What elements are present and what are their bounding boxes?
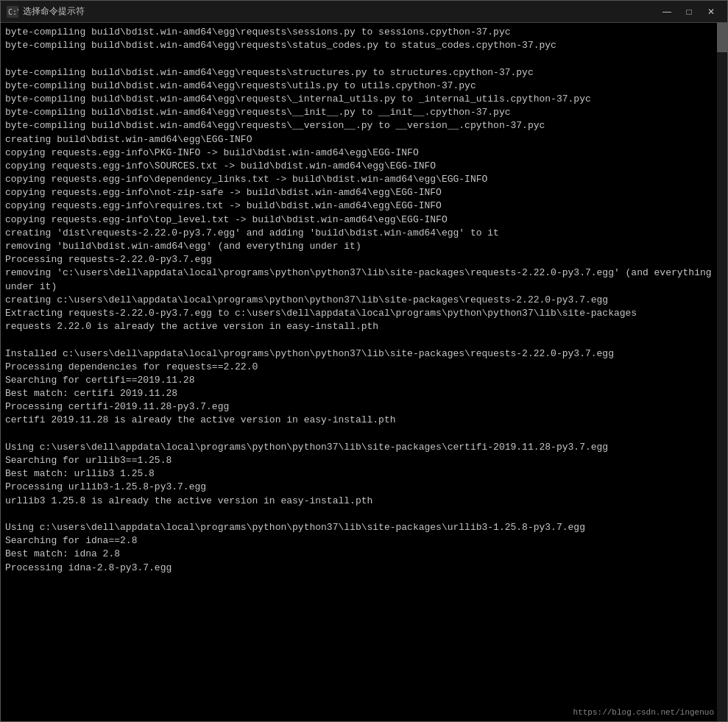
terminal-output: byte-compiling build\bdist.win-amd64\egg… — [5, 26, 723, 575]
watermark: https://blog.csdn.net/ingenuo — [573, 708, 714, 717]
terminal-body[interactable]: byte-compiling build\bdist.win-amd64\egg… — [1, 23, 727, 721]
minimize-button[interactable]: — — [657, 4, 677, 20]
maximize-button[interactable]: □ — [679, 4, 699, 20]
title-bar: C:\ 选择命令提示符 — □ ✕ — [1, 1, 727, 23]
title-bar-left: C:\ 选择命令提示符 — [7, 5, 85, 18]
scrollbar-thumb[interactable] — [717, 23, 727, 52]
terminal-window: C:\ 选择命令提示符 — □ ✕ byte-compiling build\b… — [0, 0, 728, 722]
terminal-icon: C:\ — [7, 6, 18, 18]
scrollbar[interactable] — [717, 23, 727, 721]
title-bar-controls: — □ ✕ — [657, 4, 721, 20]
close-button[interactable]: ✕ — [701, 4, 721, 20]
window-title: 选择命令提示符 — [23, 5, 85, 18]
svg-text:C:\: C:\ — [8, 8, 18, 16]
